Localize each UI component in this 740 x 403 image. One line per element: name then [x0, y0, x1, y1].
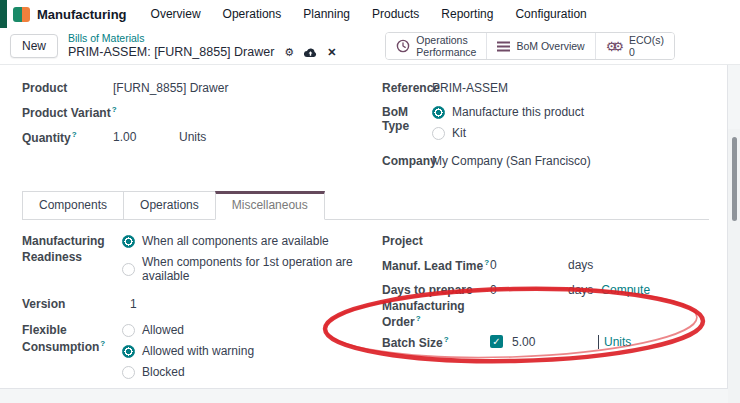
lead-time-uom: days [568, 258, 593, 272]
gear-icon[interactable]: ⚙ [284, 47, 294, 58]
radio-on-icon [122, 345, 135, 358]
menu-products[interactable]: Products [372, 7, 419, 21]
radio-off-icon [122, 366, 135, 379]
breadcrumb-title: PRIM-ASSEM: [FURN_8855] Drawer [68, 45, 274, 61]
notebook-tabs: Components Operations Miscellaneous [22, 191, 709, 220]
field-flexible-consumption: Flexible Consumption? Allowed Allowed wi… [22, 323, 360, 379]
company-value[interactable]: My Company (San Francisco) [432, 154, 591, 168]
menu-configuration[interactable]: Configuration [515, 7, 586, 21]
new-button[interactable]: New [10, 34, 58, 58]
tab-components[interactable]: Components [22, 191, 124, 220]
window-edge-bar [0, 0, 7, 30]
field-quantity: Quantity? 1.00 Units [22, 130, 360, 145]
content-area: Product [FURN_8855] Drawer Product Varia… [0, 64, 740, 403]
field-manufacturing-readiness: Manufacturing Readiness When all compone… [22, 234, 360, 283]
field-company: Company My Company (San Francisco) [382, 154, 709, 168]
manufacturing-app-icon[interactable] [13, 7, 30, 22]
manuf-lead-time-input[interactable]: 0 [490, 258, 568, 272]
field-days-to-prepare: Days to prepare Manufacturing Order? 0 d… [382, 283, 709, 331]
list-icon [497, 41, 510, 52]
top-navbar: Manufacturing Overview Operations Planni… [7, 0, 740, 28]
help-icon: ? [444, 335, 449, 344]
quantity-uom: Units [179, 130, 206, 144]
batch-size-uom[interactable]: Units [598, 335, 631, 349]
radio-when-all-components-available[interactable]: When all components are available [122, 234, 360, 248]
radio-off-icon [122, 263, 135, 276]
misc-left-group: Manufacturing Readiness When all compone… [22, 234, 360, 389]
field-manuf-lead-time: Manuf. Lead Time? 0 days [382, 258, 709, 273]
radio-kit[interactable]: Kit [432, 126, 584, 140]
scrollbar-thumb[interactable] [732, 137, 737, 221]
smart-button-group: Operations Performance BoM Overview ⚙⚙ E… [385, 32, 675, 60]
cloud-save-icon[interactable] [304, 48, 317, 58]
field-product: Product [FURN_8855] Drawer [22, 81, 360, 95]
help-icon: ? [112, 105, 117, 114]
field-product-variant: Product Variant? [22, 105, 360, 120]
operations-performance-button[interactable]: Operations Performance [386, 33, 486, 59]
menu-reporting[interactable]: Reporting [441, 7, 493, 21]
field-project: Project [382, 234, 709, 248]
radio-blocked[interactable]: Blocked [122, 365, 254, 379]
app-name[interactable]: Manufacturing [37, 7, 127, 22]
clock-icon [396, 39, 410, 53]
radio-off-icon [432, 127, 445, 140]
help-icon: ? [484, 258, 489, 267]
menu-overview[interactable]: Overview [151, 7, 201, 21]
radio-on-icon [432, 106, 445, 119]
field-bom-type: BoM Type Manufacture this product Kit [382, 105, 709, 140]
field-version: Version 1 [22, 297, 360, 311]
top-left-group: Product [FURN_8855] Drawer Product Varia… [22, 81, 360, 178]
discard-x-icon[interactable]: ✕ [327, 47, 336, 58]
days-to-prepare-input[interactable]: 0 [490, 283, 568, 297]
quantity-input[interactable]: 1.00 [113, 130, 179, 144]
radio-allowed[interactable]: Allowed [122, 323, 254, 337]
help-icon: ? [72, 130, 77, 139]
help-icon: ? [416, 314, 421, 323]
help-icon: ? [100, 339, 105, 348]
radio-allowed-with-warning[interactable]: Allowed with warning [122, 344, 254, 358]
menu-operations[interactable]: Operations [223, 7, 282, 21]
control-panel: New Bills of Materials PRIM-ASSEM: [FURN… [0, 28, 740, 64]
menu-planning[interactable]: Planning [303, 7, 350, 21]
bom-form-sheet: Product [FURN_8855] Drawer Product Varia… [0, 65, 728, 389]
bom-overview-button[interactable]: BoM Overview [486, 33, 594, 59]
radio-off-icon [122, 324, 135, 337]
tab-operations[interactable]: Operations [123, 191, 216, 220]
eco-button[interactable]: ⚙⚙ ECO(s) 0 [595, 33, 674, 59]
misc-right-group: Project Manuf. Lead Time? 0 days Days to… [360, 234, 709, 389]
product-value[interactable]: [FURN_8855] Drawer [113, 81, 228, 95]
radio-when-components-1st-operation[interactable]: When components for 1st operation are av… [122, 255, 360, 283]
radio-manufacture-this-product[interactable]: Manufacture this product [432, 105, 584, 119]
miscellaneous-pane: Manufacturing Readiness When all compone… [22, 220, 709, 389]
reference-input[interactable]: PRIM-ASSEM [432, 81, 508, 95]
batch-size-checkbox[interactable]: ✓ [490, 335, 503, 348]
field-reference: Reference PRIM-ASSEM [382, 81, 709, 95]
top-right-group: Reference PRIM-ASSEM BoM Type Manufactur… [360, 81, 709, 178]
breadcrumb-parent-link[interactable]: Bills of Materials [68, 32, 336, 45]
radio-on-icon [122, 235, 135, 248]
version-value: 1 [130, 297, 137, 311]
tab-miscellaneous[interactable]: Miscellaneous [215, 191, 325, 220]
compute-button[interactable]: Compute [601, 283, 650, 297]
batch-size-row: Batch Size? ✓ 5.00 Units [382, 335, 709, 350]
batch-size-input[interactable]: 5.00 [512, 335, 535, 349]
vertical-scrollbar[interactable] [728, 129, 740, 403]
breadcrumb: Bills of Materials PRIM-ASSEM: [FURN_885… [68, 32, 336, 61]
gears-icon: ⚙⚙ [606, 39, 619, 54]
